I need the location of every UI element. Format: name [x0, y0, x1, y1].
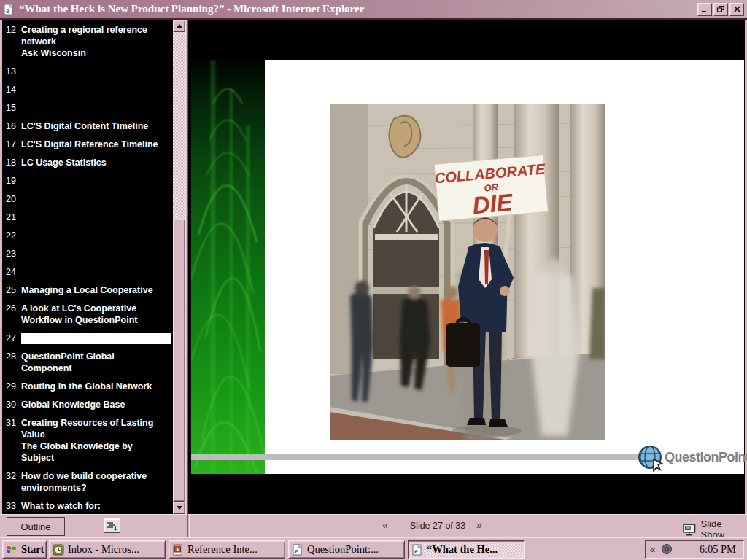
- arrow-up-icon: [177, 24, 182, 28]
- scroll-up-button[interactable]: [173, 20, 185, 32]
- outline-item-14[interactable]: 14: [6, 84, 171, 96]
- questionpoint-globe-icon: [636, 443, 665, 472]
- outline-item-22[interactable]: 22: [6, 230, 171, 241]
- outline-item-number: 13: [6, 66, 21, 77]
- outline-item-32[interactable]: 32How do we build cooperativeenvironment…: [6, 470, 171, 494]
- slide-footer-rule: [191, 454, 642, 460]
- window-title: “What the Heck is New Product Planning?”…: [19, 3, 696, 15]
- taskbar-task-4-active[interactable]: e“What the He...: [408, 540, 525, 559]
- previous-slide-button[interactable]: «: [382, 518, 388, 532]
- svg-text:e: e: [6, 6, 9, 15]
- next-slide-button[interactable]: »: [476, 518, 482, 532]
- expand-outline-button[interactable]: [104, 518, 120, 533]
- scrollbar-thumb[interactable]: [173, 219, 185, 502]
- outline-scrollbar[interactable]: [173, 20, 185, 514]
- taskbar: Start Inbox - Micros...Reference Inte...…: [0, 537, 747, 560]
- tray-chevron-icon[interactable]: «: [650, 544, 655, 555]
- outline-item-number: 18: [6, 157, 21, 168]
- taskbar-task-3[interactable]: eQuestionPoint:...: [288, 540, 405, 559]
- outline-item-number: 31: [6, 417, 21, 464]
- outline-item-title: [21, 175, 171, 187]
- outline-item-title: How do we build cooperativeenvironments?: [21, 470, 171, 494]
- outline-item-title: Creating a regional referencenetworkAsk …: [21, 24, 171, 59]
- outline-item-19[interactable]: 19: [6, 175, 171, 187]
- outline-item-title: QuestionPoint GlobalComponent: [21, 351, 171, 374]
- expand-outline-icon: [107, 521, 117, 531]
- outline-item-number: 12: [6, 24, 21, 59]
- outline-item-16[interactable]: 16LC'S Digital Content Timeline: [6, 120, 171, 132]
- outline-item-20[interactable]: 20: [6, 193, 171, 205]
- sign-board: COLLABORATE OR DIE: [433, 155, 549, 222]
- sign-line3: DIE: [471, 188, 514, 219]
- outline-item-number: 25: [6, 284, 21, 296]
- task-label: QuestionPoint:...: [307, 543, 379, 556]
- start-button[interactable]: Start: [2, 540, 47, 559]
- minimize-icon: [701, 6, 708, 12]
- outline-item-28[interactable]: 28QuestionPoint GlobalComponent: [6, 351, 171, 374]
- volume-icon[interactable]: [661, 543, 673, 556]
- outline-item-number: 32: [6, 470, 21, 494]
- taskbar-task-1[interactable]: Inbox - Micros...: [49, 540, 166, 559]
- outline-item-33[interactable]: 33What to watch for:: [6, 500, 171, 512]
- ie-page-icon: e: [3, 4, 15, 15]
- outline-item-number: 17: [6, 139, 21, 150]
- outline-item-25[interactable]: 25Managing a Local Cooperative: [6, 284, 171, 296]
- outline-item-number: 28: [6, 351, 21, 374]
- document-icon: [172, 544, 184, 556]
- slide-counter: Slide 27 of 33: [403, 521, 473, 531]
- outline-item-title: [21, 84, 171, 96]
- task-label: Reference Inte...: [187, 543, 258, 556]
- outline-item-title: [21, 102, 171, 114]
- close-button[interactable]: [729, 3, 744, 16]
- briefcase: [446, 323, 480, 367]
- outline-item-title: [21, 211, 171, 223]
- ie-page-icon: e: [411, 544, 423, 556]
- slide-green-band: [191, 60, 265, 474]
- restore-button[interactable]: [713, 3, 728, 16]
- slide-photo: COLLABORATE OR DIE: [330, 104, 605, 440]
- outline-item-30[interactable]: 30Global Knowledge Base: [6, 399, 171, 411]
- close-icon: [734, 6, 740, 12]
- tab-outline[interactable]: Outline: [7, 517, 65, 536]
- outline-item-number: 22: [6, 230, 21, 241]
- outline-list: 12Creating a regional referencenetworkAs…: [2, 20, 173, 514]
- outlook-inbox-icon: [53, 544, 64, 556]
- outline-item-29[interactable]: 29Routing in the Global Network: [6, 381, 171, 392]
- outline-item-17[interactable]: 17LC'S Digital Reference Timeline: [6, 139, 171, 150]
- clock[interactable]: 6:05 PM: [700, 543, 736, 556]
- navbar-divider: [187, 514, 190, 537]
- outline-item-title: LC'S Digital Content Timeline: [21, 120, 171, 132]
- outline-item-title: [21, 193, 171, 205]
- outline-item-21[interactable]: 21: [6, 211, 171, 223]
- outline-item-31[interactable]: 31Creating Resources of LastingValueThe …: [6, 417, 171, 464]
- outline-item-number: 23: [6, 248, 21, 260]
- ie-page-icon: e: [292, 544, 303, 556]
- svg-text:e: e: [414, 546, 418, 555]
- outline-panel: 12Creating a regional referencenetworkAs…: [2, 20, 185, 514]
- outline-item-23[interactable]: 23: [6, 248, 171, 260]
- minimize-button[interactable]: [697, 3, 712, 16]
- outline-item-15[interactable]: 15: [6, 102, 171, 114]
- outline-item-number: 33: [6, 500, 21, 512]
- slideshow-icon: [683, 524, 697, 536]
- outline-item-title-selected: [21, 333, 171, 344]
- outline-item-26[interactable]: 26A look at LC's CooperativeWorkflow in …: [6, 303, 171, 326]
- svg-text:e: e: [295, 546, 298, 555]
- taskbar-task-2[interactable]: Reference Inte...: [169, 540, 285, 559]
- cursor-arrow-icon: [654, 459, 662, 471]
- outline-item-number: 27: [6, 332, 21, 344]
- outline-item-18[interactable]: 18LC Usage Statistics: [6, 157, 171, 168]
- window-titlebar[interactable]: e “What the Heck is New Product Planning…: [0, 0, 747, 18]
- outline-item-number: 15: [6, 102, 21, 114]
- outline-item-title: What to watch for:: [21, 500, 171, 512]
- outline-item-number: 16: [6, 120, 21, 132]
- outline-item-number: 26: [6, 303, 21, 326]
- outline-item-title: [21, 248, 171, 260]
- outline-item-13[interactable]: 13: [6, 66, 171, 77]
- outline-item-12[interactable]: 12Creating a regional referencenetworkAs…: [6, 24, 171, 59]
- task-label: “What the He...: [427, 543, 498, 556]
- outline-item-24[interactable]: 24: [6, 266, 171, 278]
- outline-item-27[interactable]: 27: [6, 332, 171, 344]
- scroll-down-button[interactable]: [173, 502, 185, 514]
- outline-item-number: 19: [6, 175, 21, 187]
